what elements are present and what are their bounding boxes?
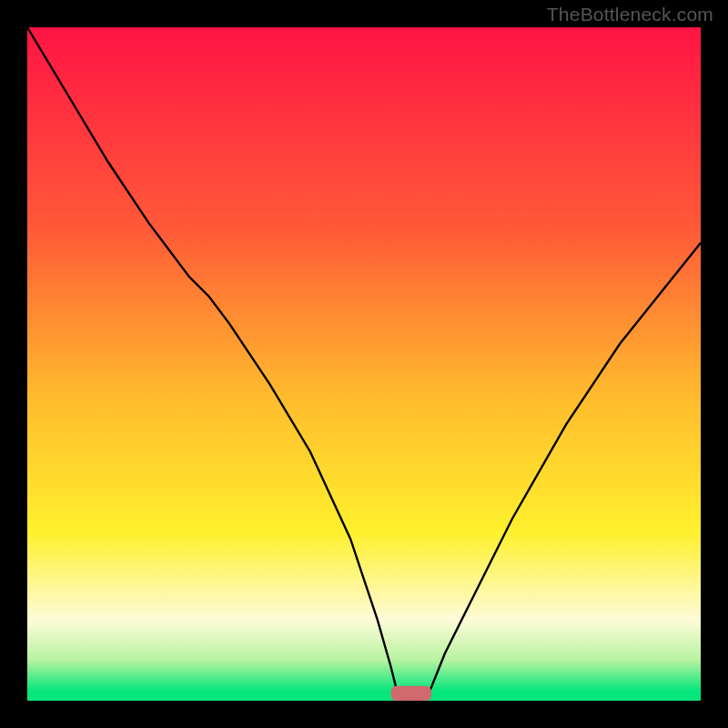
optimal-marker xyxy=(391,686,431,701)
gradient-background xyxy=(27,27,701,701)
bottleneck-chart-svg xyxy=(27,27,701,701)
plot-area xyxy=(27,27,701,701)
watermark-text: TheBottleneck.com xyxy=(547,4,713,25)
chart-frame: TheBottleneck.com xyxy=(0,0,728,728)
